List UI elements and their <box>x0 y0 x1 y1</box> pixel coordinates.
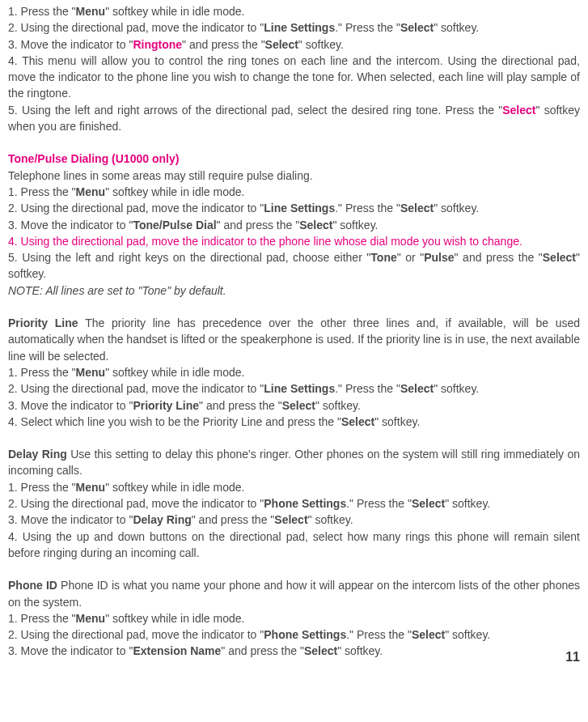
pulse-bold: Pulse <box>424 251 454 264</box>
select-bold: Select <box>412 628 445 641</box>
delay-ring-step-4: 4. Using the up and down buttons on the … <box>8 530 580 559</box>
ringtone-step-2: 2. Using the directional pad, move the i… <box>8 19 580 36</box>
tone-pulse-step-4-magenta: 4. Using the directional pad, move the i… <box>8 235 522 248</box>
ringtone-step-3: 3. Move the indicator to "Ringtone" and … <box>8 36 580 53</box>
phone-settings-bold: Phone Settings <box>264 628 346 641</box>
menu-bold: Menu <box>76 612 106 625</box>
tone-pulse-step-1: 1. Press the "Menu" softkey while in idl… <box>8 184 580 200</box>
select-bold: Select <box>341 415 374 428</box>
select-bold: Select <box>400 21 434 34</box>
page-number: 11 <box>565 648 580 666</box>
select-bold: Select <box>304 644 337 657</box>
tone-pulse-dial-bold: Tone/Pulse Dial <box>133 219 216 231</box>
tone-pulse-step-5: 5. Using the left and right keys on the … <box>8 249 580 282</box>
select-bold: Select <box>543 251 576 264</box>
delay-ring-step-2: 2. Using the directional pad, move the i… <box>8 495 580 512</box>
select-bold: Select <box>412 497 445 510</box>
ringtone-step-1: 1. Press the "Menu" softkey while in idl… <box>8 3 580 19</box>
select-bold: Select <box>400 382 434 395</box>
select-bold: Select <box>274 513 307 526</box>
extension-name-bold: Extension Name <box>133 644 221 657</box>
priority-line-step-4: 4. Select which line you wish to be the … <box>8 414 580 430</box>
phone-id-step-1: 1. Press the "Menu" softkey while in idl… <box>8 610 580 626</box>
tone-pulse-step-3: 3. Move the indicator to "Tone/Pulse Dia… <box>8 217 580 233</box>
delay-ring-heading: Delay Ring <box>8 448 67 461</box>
document-page: 1. Press the "Menu" softkey while in idl… <box>8 3 580 660</box>
tone-bold: Tone <box>370 251 396 264</box>
delay-ring-intro: Use this setting to delay this phone's r… <box>8 448 580 477</box>
phone-id-heading: Phone ID <box>8 579 57 592</box>
ringtone-step-4: 4. This menu will allow you to control t… <box>8 54 580 100</box>
menu-bold: Menu <box>76 481 106 494</box>
phone-id-intro: Phone ID is what you name your phone and… <box>8 579 580 608</box>
tone-pulse-intro: Telephone lines in some areas may still … <box>8 169 313 182</box>
select-bold: Select <box>400 202 434 214</box>
ringtone-magenta: Ringtone <box>133 38 182 51</box>
priority-line-heading: Priority Line <box>8 316 78 329</box>
priority-line-bold: Priority Line <box>133 399 199 412</box>
menu-bold: Menu <box>76 366 106 379</box>
priority-line-step-2: 2. Using the directional pad, move the i… <box>8 380 580 397</box>
tone-pulse-note: NOTE: All lines are set to "Tone" by def… <box>8 284 226 297</box>
priority-line-step-3: 3. Move the indicator to "Priority Line"… <box>8 397 580 414</box>
phone-id-step-2: 2. Using the directional pad, move the i… <box>8 626 580 643</box>
delay-ring-bold: Delay Ring <box>133 513 191 526</box>
select-magenta: Select <box>502 104 535 117</box>
select-bold: Select <box>299 219 332 231</box>
menu-bold: Menu <box>76 5 106 18</box>
select-bold: Select <box>282 399 315 412</box>
tone-pulse-step-2: 2. Using the directional pad, move the i… <box>8 200 580 216</box>
ringtone-step-5: 5. Using the left and right arrows of th… <box>8 102 580 135</box>
select-bold: Select <box>265 38 298 51</box>
phone-id-step-3: 3. Move the indicator to "Extension Name… <box>8 643 580 659</box>
priority-line-intro: The priority line has precedence over th… <box>8 316 580 363</box>
delay-ring-step-1: 1. Press the "Menu" softkey while in idl… <box>8 479 580 495</box>
line-settings-bold: Line Settings <box>264 21 335 34</box>
menu-bold: Menu <box>76 185 106 198</box>
line-settings-bold: Line Settings <box>264 202 335 214</box>
phone-settings-bold: Phone Settings <box>264 497 346 510</box>
priority-line-step-1: 1. Press the "Menu" softkey while in idl… <box>8 364 580 380</box>
delay-ring-step-3: 3. Move the indicator to "Delay Ring" an… <box>8 512 580 528</box>
line-settings-bold: Line Settings <box>264 382 335 395</box>
tone-pulse-heading: Tone/Pulse Dialing (U1000 only) <box>8 151 580 167</box>
